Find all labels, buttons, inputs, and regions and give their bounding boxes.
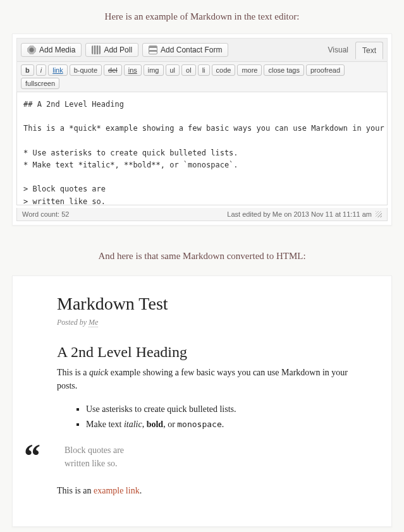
li2-text-c: , or	[163, 420, 177, 429]
add-media-button[interactable]: Add Media	[21, 43, 82, 57]
editor-textarea[interactable]	[16, 92, 388, 205]
editor-panel: Add Media Add Poll Add Contact Form Visu…	[12, 33, 392, 226]
poll-icon	[92, 45, 101, 54]
add-poll-label: Add Poll	[104, 45, 132, 54]
intro-text-2: And here is that same Markdown converted…	[3, 251, 401, 262]
editor-status-bar: Word count: 52 Last edited by Me on 2013…	[16, 208, 388, 221]
qt-ul-button[interactable]: ul	[166, 64, 180, 76]
li2-em: italic	[124, 420, 142, 429]
rendered-paragraph-1: This is a quick example showing a few ba…	[57, 366, 360, 392]
add-media-label: Add Media	[39, 45, 75, 54]
qt-del-button[interactable]: del	[104, 64, 122, 76]
tab-visual[interactable]: Visual	[321, 41, 355, 59]
rendered-panel: Markdown Test Posted by Me A 2nd Level H…	[12, 275, 392, 527]
form-icon	[149, 45, 157, 54]
post-meta: Posted by Me	[57, 318, 360, 327]
qt-link-button[interactable]: link	[48, 64, 68, 76]
qt-close-tags-button[interactable]: close tags	[264, 64, 304, 76]
add-contact-form-label: Add Contact Form	[161, 45, 222, 54]
rendered-content: A 2nd Level Heading This is a quick exam…	[57, 344, 360, 497]
p2-text-a: This is an	[57, 486, 94, 495]
li2-code: monospace	[177, 420, 221, 429]
word-count: Word count: 52	[22, 210, 69, 218]
qt-img-button[interactable]: img	[144, 64, 164, 76]
qt-bold-button[interactable]: b	[21, 64, 34, 76]
qt-bquote-button[interactable]: b-quote	[70, 64, 102, 76]
p1-em: quick	[89, 368, 108, 377]
qt-more-button[interactable]: more	[237, 64, 262, 76]
li2-text-d: .	[222, 420, 224, 429]
qt-ins-button[interactable]: ins	[124, 64, 142, 76]
add-contact-form-button[interactable]: Add Contact Form	[142, 43, 228, 57]
p1-text-a: This is a	[57, 368, 89, 377]
last-edited: Last edited by Me on 2013 Nov 11 at 11:1…	[227, 210, 372, 218]
qt-code-button[interactable]: code	[212, 64, 236, 76]
quote-mark-icon: “	[24, 440, 40, 473]
add-poll-button[interactable]: Add Poll	[85, 43, 138, 57]
list-item: Make text italic, bold, or monospace.	[86, 418, 360, 431]
qt-fullscreen-button[interactable]: fullscreen	[21, 78, 59, 89]
qt-ol-button[interactable]: ol	[181, 64, 196, 76]
rendered-list: Use asterisks to create quick bulleted l…	[57, 402, 360, 431]
li2-strong: bold	[147, 420, 163, 429]
tab-text[interactable]: Text	[355, 42, 383, 59]
example-link[interactable]: example link	[94, 486, 140, 495]
bq-line-2: written like so.	[64, 457, 360, 470]
media-toolbar: Add Media Add Poll Add Contact Form Visu…	[17, 39, 387, 61]
media-icon	[27, 45, 36, 54]
post-meta-prefix: Posted by	[57, 318, 89, 327]
post-author-link[interactable]: Me	[89, 318, 98, 327]
view-tabs: Visual Text	[321, 41, 383, 59]
resize-grip-icon[interactable]	[376, 211, 382, 217]
blockquote: “ Block quotes are written like so.	[57, 444, 360, 471]
qt-li-button[interactable]: li	[198, 64, 210, 76]
post-title: Markdown Test	[57, 294, 360, 314]
p2-text-b: .	[140, 486, 142, 495]
qt-proofread-button[interactable]: proofread	[306, 64, 345, 76]
bq-line-1: Block quotes are	[64, 444, 360, 457]
li2-text-a: Make text	[86, 420, 124, 429]
rendered-h2: A 2nd Level Heading	[57, 344, 360, 361]
li2-text-b: ,	[142, 420, 147, 429]
list-item: Use asterisks to create quick bulleted l…	[86, 402, 360, 416]
intro-text-1: Here is an example of Markdown in the te…	[3, 11, 401, 22]
rendered-paragraph-2: This is an example link.	[57, 484, 360, 497]
qt-italic-button[interactable]: i	[36, 64, 46, 76]
quicktags-toolbar: b i link b-quote del ins img ul ol li co…	[17, 61, 387, 92]
